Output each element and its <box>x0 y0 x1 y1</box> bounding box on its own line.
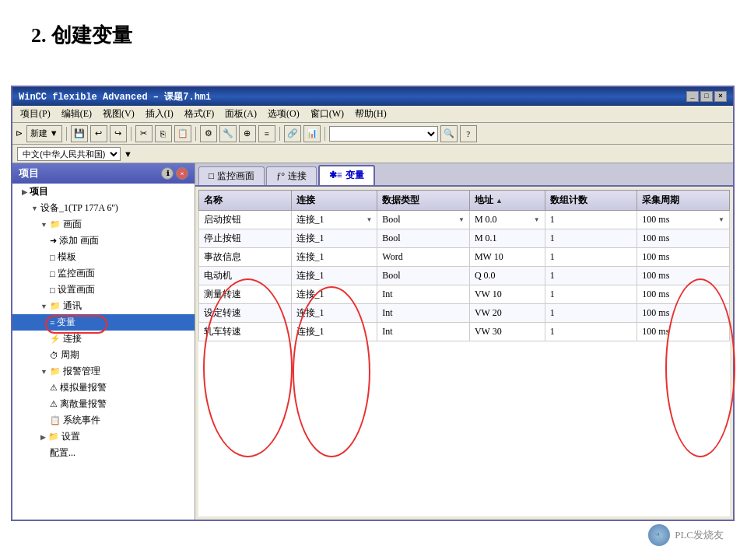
sidebar-info-btn[interactable]: ℹ <box>161 167 174 180</box>
tree-label: 离散量报警 <box>60 397 107 411</box>
tree-label: 监控画面 <box>58 267 95 280</box>
cell-array-count: 1 <box>545 229 637 248</box>
table-row[interactable]: 轧车转速 连接_1 Int VW 30 1 100 ms <box>199 323 730 341</box>
tab-variable[interactable]: ✱≡ 变量 <box>318 165 375 185</box>
tb-btn6[interactable]: ⊕ <box>239 125 256 142</box>
tab-monitor[interactable]: □ 监控画面 <box>198 166 265 185</box>
item-icon: □ <box>50 285 55 295</box>
cell-connection: 连接_1 <box>291 304 377 323</box>
cell-array-count: 1 <box>545 211 637 229</box>
tree-label: 模板 <box>58 250 76 264</box>
cell-period: 100 ms <box>637 304 730 323</box>
table-row[interactable]: 测量转速 连接_1 Int VW 10 1 100 ms <box>199 285 730 304</box>
cut-btn[interactable]: ✂ <box>135 125 153 142</box>
table-row[interactable]: 事故信息 连接_1 Word MW 10 1 100 ms <box>199 248 730 267</box>
table-row[interactable]: 启动按钮 连接_1 ▼ Bool ▼ M 0.0 ▼ 1 100 ms ▼ <box>199 211 730 229</box>
sidebar-item-project[interactable]: ▶ 项目 <box>12 184 195 200</box>
menu-help[interactable]: 帮助(H) <box>350 107 391 121</box>
dropdown-arrow-icon: ▼ <box>366 216 372 223</box>
new-button[interactable]: 新建 ▼ <box>26 125 62 142</box>
redo-btn[interactable]: ↪ <box>110 125 127 142</box>
tree-label: 配置... <box>50 446 75 460</box>
cell-datatype: Int <box>377 304 470 323</box>
table-row[interactable]: 电动机 连接_1 Bool Q 0.0 1 100 ms <box>199 267 730 285</box>
sidebar-item-template[interactable]: □ 模板 <box>12 249 195 265</box>
sidebar-item-settings-screen[interactable]: □ 设置画面 <box>12 282 195 298</box>
cell-datatype: Bool <box>377 229 470 248</box>
folder-icon: 📁 <box>50 366 61 376</box>
cell-datatype: Int <box>377 285 470 304</box>
sidebar-item-discrete-alarm[interactable]: ⚠ 离散量报警 <box>12 396 195 412</box>
menu-format[interactable]: 格式(F) <box>180 107 219 121</box>
menu-panel[interactable]: 面板(A) <box>220 107 261 121</box>
tab-connection[interactable]: ƒ° 连接 <box>266 166 317 185</box>
toolbar-search-dropdown[interactable] <box>329 126 438 142</box>
sidebar-item-analog-alarm[interactable]: ⚠ 模拟量报警 <box>12 380 195 396</box>
cell-address: VW 10 <box>469 285 545 304</box>
sidebar-item-sys-event[interactable]: 📋 系统事件 <box>12 412 195 429</box>
main-area: 项目 ℹ × ▶ 项目 ▼ 设备_1(TP 177A 6'') ▼ <box>12 163 733 520</box>
tb-btn5[interactable]: 🔧 <box>219 125 237 142</box>
folder-icon: 📁 <box>48 432 59 442</box>
alarm-icon: ⚠ <box>50 383 58 393</box>
tab-bar: □ 监控画面 ƒ° 连接 ✱≡ 变量 <box>195 163 733 187</box>
add-icon: ➜ <box>50 236 57 246</box>
sep4 <box>279 127 280 141</box>
menu-edit[interactable]: 编辑(E) <box>57 107 96 121</box>
cell-connection: 连接_1 <box>291 229 377 248</box>
tree-label: 变量 <box>57 316 75 329</box>
paste-btn[interactable]: 📋 <box>174 125 191 142</box>
table-row[interactable]: 停止按钮 连接_1 Bool M 0.1 1 100 ms <box>199 229 730 248</box>
variable-table-container: 名称 连接 数据类型 地址 ▲ 数组计数 采集周期 启动按钮 连接_1 ▼ <box>198 190 730 516</box>
table-row[interactable]: 设定转速 连接_1 Int VW 20 1 100 ms <box>199 304 730 323</box>
title-bar-controls: _ □ × <box>686 91 727 102</box>
cell-datatype: Word <box>377 248 470 267</box>
folder-icon: 📁 <box>50 301 61 311</box>
tb-btn8[interactable]: 🔗 <box>284 125 301 142</box>
tb-btn4[interactable]: ⚙ <box>200 125 217 142</box>
menu-project[interactable]: 项目(P) <box>16 107 55 121</box>
tb-btn9[interactable]: 📊 <box>303 125 321 142</box>
sidebar-close-btn[interactable]: × <box>176 167 188 180</box>
sidebar-item-config[interactable]: 配置... <box>12 445 195 461</box>
watermark-text: PLC发烧友 <box>675 528 724 542</box>
menu-window[interactable]: 窗口(W) <box>306 107 349 121</box>
tb-btn7[interactable]: ≡ <box>258 125 275 142</box>
tree-label: 系统事件 <box>63 414 100 427</box>
col-header-datatype: 数据类型 <box>377 191 470 211</box>
sidebar-item-period[interactable]: ⏱ 周期 <box>12 347 195 363</box>
sidebar-item-monitor-screen[interactable]: □ 监控画面 <box>12 265 195 282</box>
sidebar-item-add-screen[interactable]: ➜ 添加 画面 <box>12 233 195 249</box>
save-btn[interactable]: 💾 <box>71 125 88 142</box>
col-header-address: 地址 ▲ <box>469 191 545 211</box>
cell-address: MW 10 <box>469 248 545 267</box>
tree-label: 报警管理 <box>63 365 100 378</box>
menu-options[interactable]: 选项(O) <box>263 107 304 121</box>
minimize-btn[interactable]: _ <box>686 91 699 102</box>
search-icon-btn[interactable]: 🔍 <box>440 125 458 142</box>
language-dropdown[interactable]: 中文(中华人民共和国) <box>17 147 121 161</box>
tab-variable-label: 变量 <box>345 169 364 182</box>
watermark-icon: 🔧 <box>648 524 670 546</box>
menu-view[interactable]: 视图(V) <box>98 107 139 121</box>
close-btn[interactable]: × <box>714 91 727 102</box>
sidebar-item-comm[interactable]: ▼ 📁 通讯 <box>12 298 195 314</box>
cell-name: 轧车转速 <box>199 323 292 341</box>
undo-btn[interactable]: ↩ <box>90 125 107 142</box>
help-icon-btn[interactable]: ? <box>460 125 477 142</box>
sidebar-item-connection[interactable]: ⚡ 连接 <box>12 331 195 347</box>
copy-btn[interactable]: ⎘ <box>155 125 172 142</box>
menu-insert[interactable]: 插入(I) <box>141 107 178 121</box>
sep3 <box>195 127 196 141</box>
sidebar-item-settings[interactable]: ▶ 📁 设置 <box>12 429 195 445</box>
tab-monitor-icon: □ <box>209 170 214 182</box>
sep2 <box>131 127 132 141</box>
item-icon: □ <box>50 253 55 262</box>
col-header-array: 数组计数 <box>545 191 637 211</box>
sidebar-item-alarm-mgmt[interactable]: ▼ 📁 报警管理 <box>12 363 195 380</box>
sidebar-item-variables[interactable]: ≡ 变量 <box>12 314 195 331</box>
maximize-btn[interactable]: □ <box>700 91 713 102</box>
sidebar-item-device[interactable]: ▼ 设备_1(TP 177A 6'') <box>12 200 195 216</box>
sidebar-item-huamian[interactable]: ▼ 📁 画面 <box>12 216 195 233</box>
content-area: □ 监控画面 ƒ° 连接 ✱≡ 变量 <box>195 163 733 520</box>
